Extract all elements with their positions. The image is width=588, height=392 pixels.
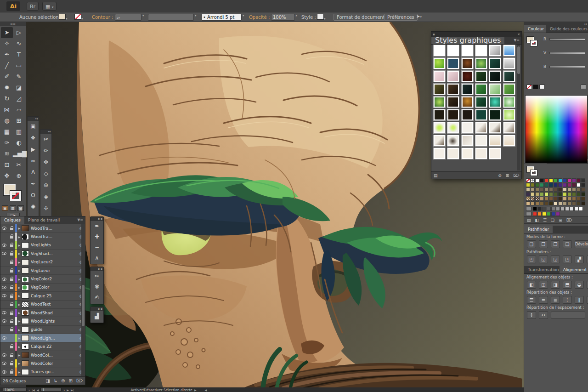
graphic-style-swatch[interactable] — [461, 148, 474, 159]
lock-toggle[interactable] — [8, 359, 15, 367]
color-swatch[interactable] — [563, 201, 567, 205]
expand-arrow-icon[interactable]: ▶ — [17, 244, 22, 247]
rectangle-tool[interactable]: ▭ — [13, 60, 25, 71]
layer-row[interactable]: ▶WoodLights◎ — [0, 317, 85, 325]
color-swatch[interactable] — [577, 178, 581, 182]
dock-collapse-icon[interactable]: ◂◂ — [524, 22, 588, 25]
swatch-libraries-icon[interactable]: ▤ — [527, 218, 531, 222]
visibility-toggle[interactable] — [0, 351, 8, 359]
layer-row[interactable]: ▶VegColor◎ — [0, 284, 85, 292]
lock-toggle[interactable] — [8, 292, 15, 300]
color-swatch[interactable] — [577, 183, 581, 187]
styles-scrollbar[interactable] — [517, 45, 520, 170]
graphic-style-swatch[interactable] — [447, 45, 459, 57]
graphic-style-swatch[interactable] — [461, 70, 474, 82]
color-swatch[interactable] — [526, 201, 530, 205]
lock-toggle[interactable] — [8, 224, 15, 232]
panel-dock-dot-icon[interactable]: ▪ — [433, 33, 435, 36]
graphic-style-swatch[interactable] — [489, 83, 501, 95]
graphic-style-swatch[interactable] — [503, 122, 515, 134]
color-swatch[interactable] — [556, 207, 560, 211]
dock-b-collapse-icon[interactable]: ◂◂ — [40, 130, 51, 134]
layer-row[interactable]: ▶VegShad...◎ — [0, 250, 85, 258]
tab-guide-des-couleurs[interactable]: Guide des couleurs — [546, 25, 588, 33]
color-swatch[interactable] — [567, 178, 571, 182]
spacing-value-field[interactable] — [551, 312, 585, 318]
graphic-style-swatch[interactable] — [489, 96, 501, 108]
color-swatch[interactable] — [531, 201, 535, 205]
stroke-weight-field[interactable]: ▴▾ — [115, 14, 141, 21]
color-swatch[interactable] — [549, 197, 553, 201]
new-style-icon[interactable]: ⊞ — [506, 173, 509, 178]
break-link-style-icon[interactable]: ⊘ — [498, 173, 502, 178]
color-swatch[interactable] — [560, 207, 565, 211]
color-swatch[interactable] — [531, 197, 535, 201]
styles-panel-menu-icon[interactable]: ▼≡ — [514, 37, 521, 44]
swatch-kinds-icon[interactable]: ◧ — [535, 218, 539, 222]
bridge-icon[interactable]: Br — [27, 2, 39, 11]
lock-toggle[interactable] — [8, 233, 15, 240]
visibility-toggle[interactable] — [0, 359, 8, 367]
color-swatch[interactable] — [535, 197, 539, 201]
color-swatch[interactable] — [565, 207, 569, 211]
lock-toggle[interactable] — [8, 309, 15, 317]
lock-toggle[interactable] — [8, 284, 15, 291]
color-swatch[interactable] — [554, 187, 558, 192]
last-color-icon[interactable] — [581, 85, 586, 89]
tab-alignement[interactable]: Alignement — [560, 266, 588, 273]
tab-calques[interactable]: Calques — [0, 216, 24, 224]
color-swatch[interactable] — [558, 197, 562, 201]
perspective-grid-tool[interactable]: ⊞ — [13, 115, 25, 126]
align-center-h-icon[interactable]: ◫ — [539, 281, 548, 289]
visibility-toggle[interactable] — [0, 342, 8, 350]
visibility-toggle[interactable] — [0, 275, 8, 283]
zoom-tool[interactable]: ⊕ — [13, 170, 25, 182]
expand-arrow-icon[interactable]: ▶ — [17, 261, 22, 264]
graphic-style-swatch[interactable] — [447, 57, 459, 69]
intersect-icon[interactable]: ❐ — [551, 240, 560, 248]
symbol-sprayer-tool[interactable]: ≋ — [1, 148, 13, 159]
graphic-style-swatch[interactable] — [489, 70, 501, 82]
visibility-toggle[interactable] — [0, 368, 8, 376]
color-swatch[interactable] — [535, 192, 539, 196]
color-swatch[interactable] — [549, 192, 553, 196]
visibility-toggle[interactable] — [0, 241, 8, 249]
expand-arrow-icon[interactable]: ▶ — [17, 252, 22, 255]
color-swatch[interactable] — [549, 201, 553, 205]
graphic-style-swatch[interactable] — [461, 83, 474, 95]
appearance-panel-icon[interactable]: ✒ — [28, 178, 39, 190]
color-swatch[interactable] — [563, 178, 567, 182]
width-profile-dropdown-icon[interactable]: ▾ — [195, 14, 197, 17]
delete-anchor-point-icon[interactable]: − — [90, 242, 103, 253]
prev-artboard-icon[interactable]: ◀ — [37, 388, 39, 392]
space-v-icon[interactable]: ↕ — [527, 311, 536, 319]
collapsed-panel-icon-7[interactable]: ✢ — [40, 203, 51, 214]
color-swatch[interactable] — [526, 192, 530, 196]
style-swatch[interactable]: ▾ — [317, 14, 326, 21]
new-sublayer-icon[interactable]: ↳ — [54, 378, 57, 383]
color-swatch[interactable] — [544, 187, 548, 192]
graphic-style-swatch[interactable] — [433, 83, 446, 95]
color-swatch[interactable] — [533, 212, 537, 216]
visibility-toggle[interactable] — [0, 334, 8, 342]
opacity-panel-icon[interactable]: O — [28, 190, 39, 201]
expand-arrow-icon[interactable]: ▶ — [17, 328, 22, 331]
layer-row[interactable]: ▶WoodCol...◎ — [0, 351, 85, 359]
make-clip-mask-icon[interactable]: ◨ — [45, 378, 50, 383]
expand-arrow-icon[interactable]: ▶ — [17, 362, 22, 365]
divide-icon[interactable]: ◰ — [527, 256, 536, 263]
color-swatch[interactable] — [581, 178, 585, 182]
color-swatch[interactable] — [544, 183, 548, 187]
eyedropper-tool-icon[interactable]: ✑ — [90, 271, 103, 282]
pen-tool[interactable]: ✒ — [1, 49, 13, 60]
graphic-style-swatch[interactable] — [489, 135, 501, 147]
color-swatch[interactable] — [563, 187, 567, 192]
zoom-level-field[interactable]: 100% — [3, 388, 27, 392]
new-layer-icon[interactable]: ⊞ — [68, 378, 72, 383]
color-swatch[interactable] — [526, 197, 530, 201]
color-swatch[interactable] — [554, 183, 558, 187]
delete-style-icon[interactable]: ⌦ — [513, 173, 519, 178]
color-swatch[interactable] — [533, 207, 537, 211]
width-tool[interactable]: ⋈ — [1, 104, 13, 115]
eyedropper-tool[interactable]: ✑ — [1, 137, 13, 148]
